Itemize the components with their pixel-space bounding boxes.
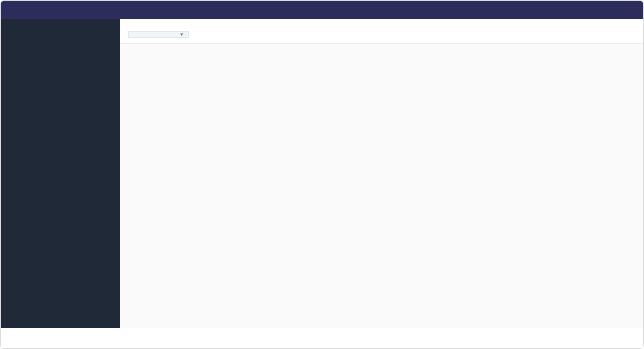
sidebar [1, 19, 120, 328]
main-content: ▾ [120, 19, 643, 328]
screenshot-grid [120, 44, 643, 328]
chevron-down-icon: ▾ [180, 31, 184, 38]
app-name-dropdown[interactable]: ▾ [128, 31, 189, 38]
filter-bar: ▾ [120, 19, 643, 44]
page-banner [1, 1, 643, 19]
